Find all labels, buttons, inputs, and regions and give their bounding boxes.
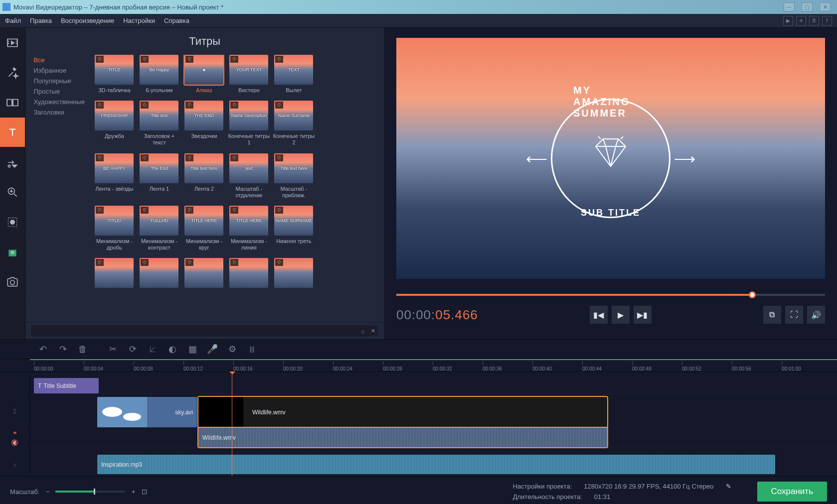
- music-track[interactable]: Inspiration.mp3: [30, 455, 837, 475]
- favorite-icon[interactable]: ♡: [185, 207, 193, 214]
- favorite-icon[interactable]: ♡: [185, 259, 193, 266]
- favorite-icon[interactable]: ♡: [185, 56, 193, 63]
- favorite-icon[interactable]: ♡: [96, 154, 104, 161]
- favorite-icon[interactable]: ♡: [230, 207, 238, 214]
- menu-settings[interactable]: Настройки: [123, 17, 155, 24]
- search-input[interactable]: [31, 325, 369, 336]
- youtube-icon[interactable]: ▶: [783, 16, 793, 26]
- favorite-icon[interactable]: ♡: [275, 56, 283, 63]
- save-button[interactable]: Сохранить: [757, 482, 827, 502]
- clip-inspiration[interactable]: Inspiration.mp3: [97, 455, 775, 474]
- title-preset[interactable]: ♡TITLE HEREМинимализм - круг: [183, 206, 225, 251]
- share-icon[interactable]: ✈: [796, 16, 806, 26]
- prev-frame-button[interactable]: ▮◀: [590, 306, 608, 324]
- playhead[interactable]: [232, 372, 232, 476]
- tool-filters[interactable]: [0, 58, 25, 88]
- favorite-icon[interactable]: ♡: [96, 207, 104, 214]
- vk-icon[interactable]: B: [809, 16, 819, 26]
- title-preset[interactable]: ♡Be Happy6-угольник: [138, 55, 180, 94]
- music-track-icon[interactable]: ♪: [0, 455, 29, 475]
- tool-transitions[interactable]: [0, 88, 25, 118]
- clear-search-button[interactable]: ✕: [368, 326, 378, 336]
- preview-scrubber[interactable]: [396, 294, 825, 296]
- video-track-icon[interactable]: ▯: [0, 394, 29, 428]
- zoom-slider[interactable]: [55, 491, 125, 493]
- tool-capture[interactable]: [0, 267, 25, 297]
- favorite-icon[interactable]: ♡: [230, 56, 238, 63]
- title-preset[interactable]: ♡◈Алмаз: [183, 55, 225, 94]
- favorite-icon[interactable]: ♡: [96, 56, 104, 63]
- cat-simple[interactable]: Простые: [33, 86, 85, 97]
- maximize-button[interactable]: ▢: [802, 2, 813, 11]
- title-preset[interactable]: ♡Name SurnameКонечные титры 2: [273, 101, 315, 146]
- title-preset[interactable]: ♡TITLE/Минимализм - дробь: [93, 206, 135, 251]
- cat-favorites[interactable]: Избранное: [33, 65, 85, 76]
- title-preset[interactable]: ♡Title text hereМасштаб - приближ.: [273, 153, 315, 199]
- zoom-fit-button[interactable]: ⊡: [142, 488, 148, 496]
- titles-grid-scroll[interactable]: ‹ ♡TITLE3D-табличка♡Be Happy6-угольник♡◈…: [90, 55, 384, 322]
- rotate-button[interactable]: ⟳: [124, 340, 142, 358]
- title-preset[interactable]: ♡: [183, 258, 225, 290]
- menu-playback[interactable]: Воспроизведение: [61, 17, 114, 24]
- favorite-icon[interactable]: ♡: [141, 207, 149, 214]
- title-preset[interactable]: ♡: [228, 258, 270, 290]
- menu-help[interactable]: Справка: [164, 17, 189, 24]
- favorite-icon[interactable]: ♡: [230, 259, 238, 266]
- preview-viewport[interactable]: MY AMAZING SUMMER ⟵ ⟶ SUB TITLE: [396, 38, 825, 279]
- cat-artistic[interactable]: Художественные: [33, 97, 85, 107]
- favorite-icon[interactable]: ♡: [185, 102, 193, 109]
- delete-button[interactable]: 🗑: [74, 340, 92, 358]
- title-preset[interactable]: ♡Title text hereЛента 2: [183, 153, 225, 199]
- favorite-icon[interactable]: ♡: [275, 259, 283, 266]
- fullscreen-button[interactable]: ⛶: [785, 306, 803, 324]
- favorite-icon[interactable]: ♡: [185, 154, 193, 161]
- facebook-icon[interactable]: f: [822, 16, 832, 26]
- favorite-icon[interactable]: ♡: [141, 259, 149, 266]
- tool-chroma[interactable]: [0, 237, 25, 267]
- clip-wildlife-video[interactable]: Wildlife.wmv: [198, 397, 607, 427]
- menu-edit[interactable]: Правка: [30, 17, 52, 24]
- title-preset[interactable]: ♡FRIENDSHIPДружба: [93, 101, 135, 146]
- favorite-icon[interactable]: ♡: [230, 102, 238, 109]
- title-preset[interactable]: ♡Name DescriptionКонечные титры 1: [228, 101, 270, 146]
- undo-button[interactable]: ↶: [34, 340, 52, 358]
- title-preset[interactable]: ♡: [138, 258, 180, 290]
- crop-button[interactable]: ⟀: [144, 340, 162, 358]
- title-preset[interactable]: ♡NAME SURNAMEНижняя треть: [273, 206, 315, 251]
- title-preset[interactable]: ♡TEXTВылет: [273, 55, 315, 94]
- equalizer-button[interactable]: ⫼: [243, 340, 261, 358]
- split-button[interactable]: ✂: [104, 340, 122, 358]
- favorite-icon[interactable]: ♡: [141, 102, 149, 109]
- redo-button[interactable]: ↷: [54, 340, 72, 358]
- title-preset[interactable]: ♡Title textЗаголовок + текст: [138, 101, 180, 146]
- title-clip[interactable]: TTitle Subtitle: [34, 378, 99, 393]
- title-preset[interactable]: ♡The EndЛента 1: [138, 153, 180, 199]
- link-track-icon[interactable]: ⚭: [0, 428, 29, 438]
- title-preset[interactable]: ♡YOUR TEXTВестерн: [228, 55, 270, 94]
- title-track[interactable]: TTitle Subtitle: [30, 378, 837, 394]
- mute-track-icon[interactable]: 🔇: [0, 438, 29, 448]
- timeline-ruler[interactable]: 00:00:0000:00:0400:00:0800:00:1200:00:16…: [0, 359, 837, 372]
- tool-stickers[interactable]: [0, 147, 25, 177]
- play-button[interactable]: ▶: [612, 306, 630, 324]
- cat-all[interactable]: Все: [33, 55, 85, 65]
- cat-popular[interactable]: Популярные: [33, 76, 85, 86]
- volume-button[interactable]: 🔊: [807, 306, 825, 324]
- favorite-icon[interactable]: ♡: [275, 207, 283, 214]
- edit-settings-button[interactable]: ✎: [726, 483, 731, 490]
- favorite-icon[interactable]: ♡: [141, 154, 149, 161]
- clip-properties-button[interactable]: ⚙: [223, 340, 241, 358]
- clip-wildlife-audio[interactable]: Wildlife.wmv: [198, 428, 607, 447]
- favorite-icon[interactable]: ♡: [275, 102, 283, 109]
- title-preset[interactable]: ♡FULLHDМинимализм - контраст: [138, 206, 180, 251]
- title-preset[interactable]: ♡THE ENDЗвездочки: [183, 101, 225, 146]
- tool-titles[interactable]: [0, 118, 25, 147]
- favorite-icon[interactable]: ♡: [96, 259, 104, 266]
- detach-preview-button[interactable]: ⧉: [763, 306, 781, 324]
- clip-sky[interactable]: sky.avi: [97, 397, 197, 427]
- timeline[interactable]: ▯ ⚭ 🔇 ♪ TTitle Subtitle sky.avi Wildlife…: [0, 372, 837, 477]
- wizard-button[interactable]: ▦: [183, 340, 201, 358]
- next-frame-button[interactable]: ▶▮: [634, 306, 652, 324]
- favorite-icon[interactable]: ♡: [275, 154, 283, 161]
- color-adjust-button[interactable]: ◐: [164, 340, 181, 358]
